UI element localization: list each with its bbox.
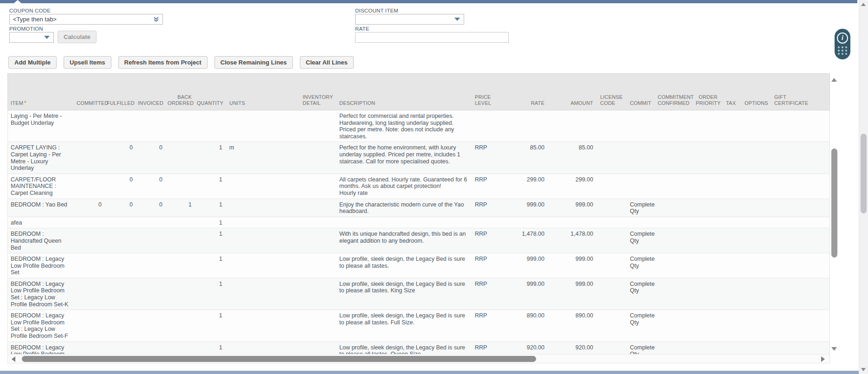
cell-tax[interactable] <box>723 228 741 253</box>
cell-price-level[interactable]: RRP <box>472 253 499 278</box>
cell-license-code[interactable] <box>596 228 627 253</box>
cell-tax[interactable] <box>723 110 741 142</box>
cell-fulfilled[interactable] <box>104 278 135 310</box>
grid-row[interactable]: BEDROOM : Legacy Low Profile Bedroom Set… <box>8 310 829 342</box>
cell-commitment-confirmed[interactable] <box>655 217 693 228</box>
discount-item-select[interactable] <box>355 14 464 25</box>
cell-invoiced[interactable] <box>135 342 165 354</box>
cell-commit[interactable]: Complete Qty <box>627 342 655 354</box>
cell-quantity[interactable]: 1 <box>194 342 225 354</box>
cell-price-level[interactable]: RRP <box>472 174 499 199</box>
cell-quantity[interactable]: 1 <box>194 174 225 199</box>
cell-commit[interactable] <box>627 174 655 199</box>
double-chevron-down-icon[interactable] <box>153 16 159 22</box>
cell-back-ordered[interactable] <box>165 174 194 199</box>
cell-order-priority[interactable] <box>693 142 723 173</box>
cell-commitment-confirmed[interactable] <box>655 310 693 341</box>
cell-item[interactable]: BEDROOM : Handcrafted Queen Bed <box>8 228 74 253</box>
cell-amount[interactable]: 299.00 <box>547 174 596 199</box>
cell-committed[interactable] <box>74 342 104 354</box>
vertical-scrollbar-thumb[interactable] <box>831 148 837 258</box>
cell-tax[interactable] <box>723 253 741 278</box>
cell-options[interactable] <box>741 217 771 228</box>
cell-rate[interactable]: 890.00 <box>499 310 547 341</box>
cell-rate[interactable] <box>499 217 547 228</box>
cell-item[interactable]: BEDROOM : Legacy Low Profile Bedroom Set… <box>8 342 74 354</box>
grid-row[interactable]: BEDROOM : Legacy Low Profile Bedroom Set… <box>8 342 829 354</box>
cell-invoiced[interactable]: 0 <box>135 174 165 199</box>
cell-commitment-confirmed[interactable] <box>655 253 693 278</box>
add-multiple-button[interactable]: Add Multiple <box>8 56 57 69</box>
cell-units[interactable] <box>225 310 300 341</box>
cell-order-priority[interactable] <box>693 228 723 253</box>
dropdown-arrow-icon[interactable] <box>44 36 50 39</box>
cell-options[interactable] <box>741 228 771 253</box>
cell-amount[interactable]: 85.00 <box>547 142 596 173</box>
cell-back-ordered[interactable] <box>165 142 194 173</box>
browser-scrollbar[interactable] <box>859 0 868 374</box>
cell-quantity[interactable] <box>194 110 225 142</box>
cell-item[interactable]: afea <box>8 217 74 228</box>
cell-amount[interactable]: 890.00 <box>547 310 596 341</box>
refresh-items-from-project-button[interactable]: Refresh Items from Project <box>118 56 207 69</box>
cell-commit[interactable]: Complete Qty <box>627 199 655 217</box>
cell-rate[interactable]: 999.00 <box>499 199 547 217</box>
cell-license-code[interactable] <box>596 310 627 341</box>
cell-rate[interactable]: 1,478.00 <box>499 228 547 253</box>
grid-row[interactable]: CARPET/FLOOR MAINTENANCE : Carpet Cleani… <box>8 174 829 199</box>
cell-item[interactable]: CARPET/FLOOR MAINTENANCE : Carpet Cleani… <box>8 174 74 199</box>
cell-gift-certificate[interactable] <box>771 110 824 142</box>
cell-fulfilled[interactable] <box>104 217 135 228</box>
cell-inventory-detail[interactable] <box>300 310 336 341</box>
cell-fulfilled[interactable] <box>104 228 135 253</box>
cell-options[interactable] <box>741 174 771 199</box>
cell-gift-certificate[interactable] <box>771 253 824 278</box>
grid-row[interactable]: BEDROOM : Handcrafted Queen Bed1With its… <box>8 228 829 253</box>
cell-inventory-detail[interactable] <box>300 278 336 310</box>
cell-committed[interactable] <box>74 228 104 253</box>
cell-price-level[interactable]: RRP <box>472 199 499 217</box>
cell-inventory-detail[interactable] <box>300 342 336 354</box>
browser-scroll-up-icon[interactable] <box>861 3 866 6</box>
cell-description[interactable]: Perfect for commercial and rental proper… <box>336 110 472 142</box>
info-feedback-widget[interactable]: i <box>835 29 850 59</box>
grid-vertical-scrollbar[interactable] <box>830 74 838 356</box>
cell-gift-certificate[interactable] <box>771 217 824 228</box>
cell-amount[interactable]: 999.00 <box>547 253 596 278</box>
cell-committed[interactable] <box>74 278 104 310</box>
cell-license-code[interactable] <box>596 142 627 173</box>
cell-units[interactable] <box>225 199 300 217</box>
cell-back-ordered[interactable] <box>165 217 194 228</box>
cell-commitment-confirmed[interactable] <box>655 228 693 253</box>
cell-quantity[interactable]: 1 <box>194 310 225 341</box>
cell-price-level[interactable]: RRP <box>472 342 499 354</box>
cell-units[interactable] <box>225 253 300 278</box>
cell-amount[interactable] <box>547 217 596 228</box>
calculate-button[interactable]: Calculate <box>58 31 97 43</box>
cell-item[interactable]: BEDROOM : Legacy Low Profile Bedroom Set <box>8 253 74 278</box>
cell-units[interactable] <box>225 278 300 310</box>
cell-description[interactable]: All carpets cleaned. Hourly rate. Guaran… <box>336 174 472 199</box>
cell-invoiced[interactable]: 0 <box>135 199 165 217</box>
cell-price-level[interactable]: RRP <box>472 310 499 341</box>
scroll-right-arrow-icon[interactable] <box>821 356 825 362</box>
cell-fulfilled[interactable] <box>104 253 135 278</box>
cell-invoiced[interactable] <box>135 110 165 142</box>
grid-row[interactable]: CARPET LAYING : Carpet Laying - Per Metr… <box>8 142 829 174</box>
cell-fulfilled[interactable] <box>104 110 135 142</box>
coupon-code-input[interactable]: <Type then tab> <box>9 14 163 25</box>
cell-gift-certificate[interactable] <box>771 199 824 217</box>
cell-quantity[interactable]: 1 <box>194 228 225 253</box>
cell-inventory-detail[interactable] <box>300 253 336 278</box>
cell-price-level[interactable]: RRP <box>472 228 499 253</box>
cell-back-ordered[interactable] <box>165 253 194 278</box>
cell-committed[interactable] <box>74 110 104 142</box>
cell-amount[interactable]: 999.00 <box>547 199 596 217</box>
cell-commit[interactable]: Complete Qty <box>627 310 655 341</box>
cell-back-ordered[interactable]: 1 <box>165 199 194 217</box>
cell-units[interactable] <box>225 228 300 253</box>
cell-license-code[interactable] <box>596 217 627 228</box>
cell-amount[interactable]: 999.00 <box>547 278 596 310</box>
cell-committed[interactable]: 0 <box>74 199 104 217</box>
cell-committed[interactable] <box>74 174 104 199</box>
